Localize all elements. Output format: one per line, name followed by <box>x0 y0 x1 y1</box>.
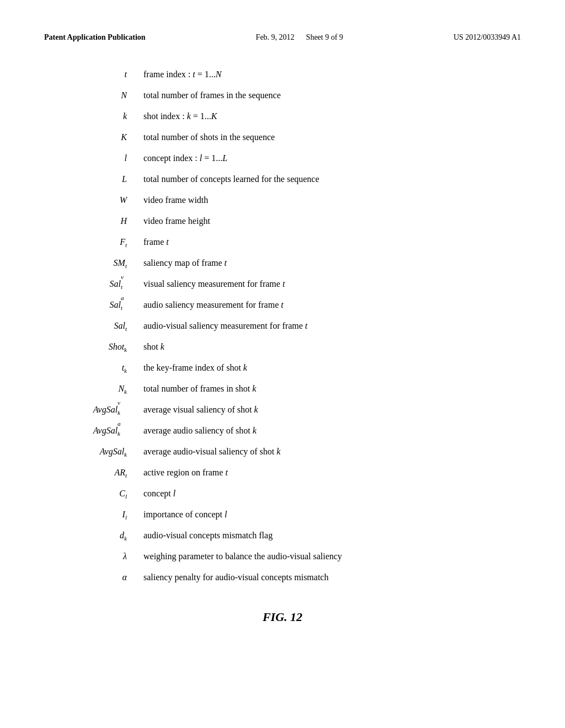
notation-row: AvgSalkaverage audio-visual saliency of … <box>55 447 510 462</box>
notation-symbol: K <box>55 132 143 142</box>
notation-symbol: AvgSalak <box>55 426 143 437</box>
header-publication-label: Patent Application Publication <box>44 33 146 42</box>
notation-description: saliency map of frame t <box>143 258 510 268</box>
notation-symbol: Il <box>55 510 143 521</box>
notation-row: ARtactive region on frame t <box>55 468 510 483</box>
notation-description: active region on frame t <box>143 468 510 478</box>
notation-row: Hvideo frame height <box>55 216 510 232</box>
header-patent-number: US 2012/0033949 A1 <box>454 33 521 42</box>
notation-row: Ktotal number of shots in the sequence <box>55 132 510 148</box>
notation-row: αsaliency penalty for audio-visual conce… <box>55 572 510 588</box>
notation-description: shot k <box>143 342 510 352</box>
notation-row: Ntotal number of frames in the sequence <box>55 90 510 106</box>
header-date-sheet: Feb. 9, 2012 Sheet 9 of 9 <box>256 33 343 42</box>
notation-symbol: α <box>55 572 143 582</box>
notation-description: audio-visual saliency measurement for fr… <box>143 321 510 331</box>
notation-symbol: AvgSalk <box>55 447 143 458</box>
notation-symbol: dk <box>55 531 143 542</box>
notation-symbol: Salvt <box>55 279 143 290</box>
notation-row: tkthe key-frame index of shot k <box>55 363 510 378</box>
notation-row: lconcept index : l = 1...L <box>55 153 510 169</box>
notation-row: dkaudio-visual concepts mismatch flag <box>55 531 510 546</box>
notation-symbol: k <box>55 111 143 121</box>
notation-row: λweighing parameter to balance the audio… <box>55 552 510 567</box>
figure-caption: FIG. 12 <box>44 610 521 624</box>
notation-description: concept index : l = 1...L <box>143 153 510 163</box>
notation-symbol: L <box>55 174 143 184</box>
notation-description: video frame width <box>143 195 510 205</box>
notation-description: video frame height <box>143 216 510 226</box>
notation-symbol: tk <box>55 363 143 374</box>
notation-description: audio saliency measurement for frame t <box>143 300 510 310</box>
notation-symbol: SMt <box>55 258 143 269</box>
notation-symbol: W <box>55 195 143 205</box>
notation-row: Ltotal number of concepts learned for th… <box>55 174 510 190</box>
header-date: Feb. 9, 2012 <box>256 33 295 41</box>
notation-description: the key-frame index of shot k <box>143 363 510 373</box>
notation-symbol: N <box>55 90 143 100</box>
notation-symbol: ARt <box>55 468 143 479</box>
notation-row: Salvt visual saliency measurement for fr… <box>55 279 510 295</box>
notation-description: audio-visual concepts mismatch flag <box>143 531 510 540</box>
notation-row: Shotkshot k <box>55 342 510 357</box>
notation-row: Ilimportance of concept l <box>55 510 510 525</box>
notation-description: total number of frames in shot k <box>143 384 510 394</box>
notation-description: weighing parameter to balance the audio-… <box>143 552 510 561</box>
notation-row: AvgSalak average audio saliency of shot … <box>55 426 510 441</box>
notation-row: SMtsaliency map of frame t <box>55 258 510 274</box>
notation-description: average audio-visual saliency of shot k <box>143 447 510 457</box>
notation-row: Salat audio saliency measurement for fra… <box>55 300 510 315</box>
notation-symbol: Shotk <box>55 342 143 353</box>
notation-symbol: Salat <box>55 300 143 311</box>
page: Patent Application Publication Feb. 9, 2… <box>0 0 565 728</box>
notation-symbol: λ <box>55 552 143 561</box>
notation-row: tframe index : t = 1...N <box>55 69 510 85</box>
notation-symbol: H <box>55 216 143 226</box>
notation-symbol: Ft <box>55 237 143 248</box>
notation-description: importance of concept l <box>143 510 510 520</box>
notation-row: Wvideo frame width <box>55 195 510 211</box>
notation-symbol: l <box>55 153 143 163</box>
notation-description: total number of concepts learned for the… <box>143 174 510 184</box>
notation-row: Saltaudio-visual saliency measurement fo… <box>55 321 510 336</box>
notation-row: Ftframe t <box>55 237 510 253</box>
header-sheet: Sheet 9 of 9 <box>306 33 343 41</box>
notation-description: average visual saliency of shot k <box>143 405 510 415</box>
notation-symbol: t <box>55 69 143 79</box>
notation-description: total number of frames in the sequence <box>143 90 510 100</box>
notation-description: average audio saliency of shot k <box>143 426 510 436</box>
notation-description: concept l <box>143 489 510 499</box>
notation-symbol: AvgSalvk <box>55 405 143 416</box>
notation-description: shot index : k = 1...K <box>143 111 510 121</box>
notation-symbol: Salt <box>55 321 143 332</box>
notation-description: frame t <box>143 237 510 247</box>
notation-row: AvgSalvk average visual saliency of shot… <box>55 405 510 420</box>
notation-description: frame index : t = 1...N <box>143 69 510 79</box>
notation-row: Clconcept l <box>55 489 510 504</box>
notation-description: visual saliency measurement for frame t <box>143 279 510 289</box>
notation-symbol: Nk <box>55 384 143 395</box>
notation-description: saliency penalty for audio-visual concep… <box>143 572 510 582</box>
notation-description: total number of shots in the sequence <box>143 132 510 142</box>
page-header: Patent Application Publication Feb. 9, 2… <box>44 33 521 42</box>
notation-table: tframe index : t = 1...NNtotal number of… <box>44 69 521 588</box>
notation-row: kshot index : k = 1...K <box>55 111 510 127</box>
notation-symbol: Cl <box>55 489 143 500</box>
notation-row: Nktotal number of frames in shot k <box>55 384 510 399</box>
